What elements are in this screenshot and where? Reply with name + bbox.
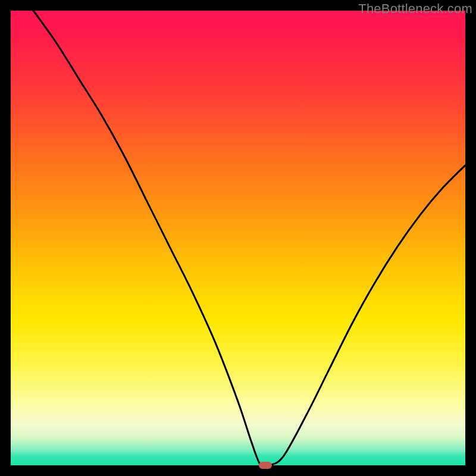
minimum-marker	[259, 462, 272, 469]
chart-plot-area	[11, 11, 465, 465]
watermark-label: TheBottleneck.com	[358, 1, 472, 17]
bottleneck-curve	[11, 11, 465, 465]
